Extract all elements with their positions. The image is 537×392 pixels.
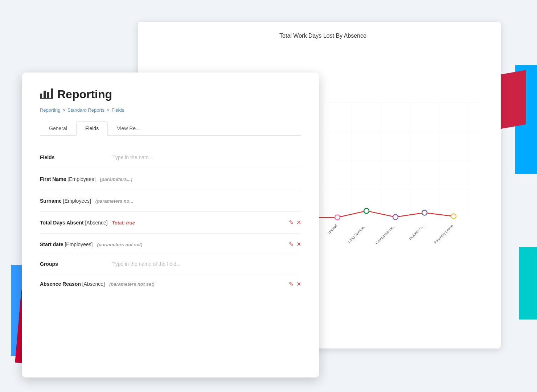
groups-input[interactable]: Type in the name of the field... [112, 261, 301, 267]
page-title: Reporting [57, 88, 112, 101]
field-row-start-date: Start date [Employees] (parameters not s… [40, 234, 301, 255]
field-row-absence-reason: Absence Reason [Absence] (parameters not… [40, 273, 301, 295]
svg-rect-30 [44, 91, 46, 99]
groups-row: Groups Type in the name of the field... [40, 255, 301, 273]
chart-title: Total Work Days Lost By Absence [160, 33, 486, 39]
breadcrumb-sep1: > [62, 107, 65, 113]
start-date-label: Start date [Employees] (parameters not s… [40, 242, 142, 247]
fields-section-label: Fields [40, 154, 112, 160]
fields-input[interactable]: Type in the nam... [112, 154, 301, 160]
breadcrumb-reporting[interactable]: Reporting [40, 107, 60, 113]
absence-reason-actions: ✎ ✕ [289, 281, 301, 288]
svg-rect-29 [40, 94, 42, 99]
svg-rect-31 [47, 92, 49, 99]
tab-view-results[interactable]: View Re... [108, 121, 149, 135]
bar-chart-icon [40, 87, 53, 102]
first-name-label: First Name [Employees] (parameters...) [40, 176, 132, 182]
svg-text:Long Service...: Long Service... [347, 224, 367, 244]
delete-start-date-icon[interactable]: ✕ [296, 241, 301, 248]
app-header: Reporting [40, 87, 301, 102]
delete-absence-reason-icon[interactable]: ✕ [296, 281, 301, 288]
dot-8 [422, 210, 427, 215]
breadcrumb-standard-reports[interactable]: Standard Reports [67, 107, 104, 113]
groups-label: Groups [40, 261, 112, 267]
svg-text:Paternity Leave: Paternity Leave [433, 224, 454, 244]
total-days-actions: ✎ ✕ [289, 219, 301, 226]
svg-rect-32 [51, 88, 53, 99]
dot-5 [335, 215, 340, 220]
fields-header-row: Fields Type in the nam... [40, 147, 301, 168]
field-row-surname: Surname [Employees] (parameters no... [40, 190, 301, 212]
field-row-total-days: Total Days Absent [Absence] Total: true … [40, 212, 301, 234]
svg-text:Compassionat...: Compassionat... [375, 224, 396, 245]
form-card: Reporting Reporting > Standard Reports >… [22, 73, 319, 377]
dot-6 [364, 209, 369, 214]
tabs-container: General Fields View Re... [40, 121, 301, 136]
form-card-inner: Reporting Reporting > Standard Reports >… [22, 73, 319, 309]
svg-text:Incident / I...: Incident / I... [408, 224, 425, 240]
field-row-first-name: First Name [Employees] (parameters...) [40, 168, 301, 190]
total-days-label: Total Days Absent [Absence] Total: true [40, 220, 135, 226]
edit-start-date-icon[interactable]: ✎ [289, 241, 294, 248]
dot-9 [451, 214, 456, 219]
breadcrumb-sep2: > [107, 107, 110, 113]
absence-reason-label: Absence Reason [Absence] (parameters not… [40, 281, 155, 287]
svg-text:Unpaid: Unpaid [327, 224, 338, 235]
breadcrumb-fields[interactable]: Fields [111, 107, 124, 113]
tab-fields[interactable]: Fields [76, 121, 108, 136]
start-date-actions: ✎ ✕ [289, 241, 301, 248]
dot-7 [393, 215, 398, 220]
delete-total-days-icon[interactable]: ✕ [296, 219, 301, 226]
bg-cyan-decoration [519, 247, 537, 319]
tab-general[interactable]: General [40, 121, 76, 135]
edit-total-days-icon[interactable]: ✎ [289, 219, 294, 226]
main-container: Total Work Days Lost By Absence [22, 15, 515, 377]
breadcrumb: Reporting > Standard Reports > Fields [40, 107, 301, 113]
edit-absence-reason-icon[interactable]: ✎ [289, 281, 294, 288]
surname-label: Surname [Employees] (parameters no... [40, 198, 134, 204]
